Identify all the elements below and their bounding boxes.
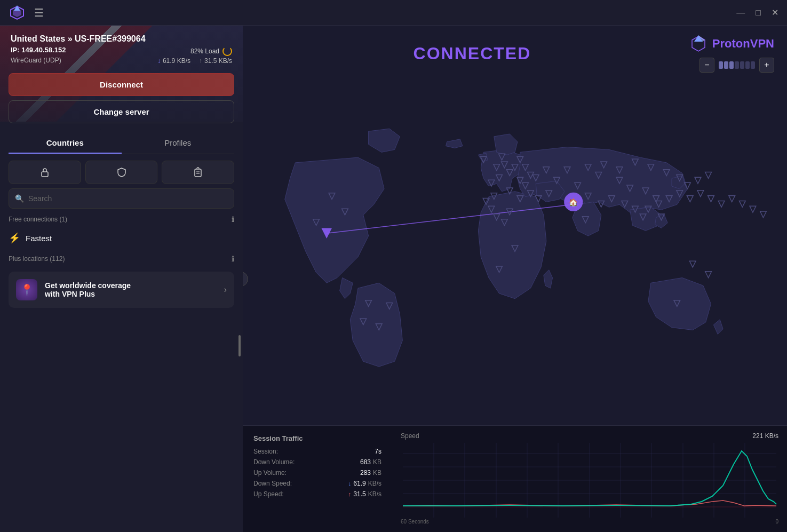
close-button[interactable]: ✕ (772, 9, 778, 17)
maximize-button[interactable]: □ (756, 9, 761, 17)
upload-arrow-icon: ↑ (199, 57, 202, 65)
button-area: Disconnect Change server (0, 73, 243, 129)
chevron-right-icon: › (224, 285, 227, 295)
banner-text: Get worldwide coverage with VPN Plus (45, 281, 217, 298)
up-speed-label: Up Speed: (253, 490, 284, 498)
ip-address: 149.40.58.152 (21, 46, 66, 54)
search-input[interactable] (9, 188, 234, 209)
down-volume-unit: KB (373, 458, 381, 466)
download-arrow-icon: ↓ (157, 57, 161, 65)
free-connections-info-icon[interactable]: ℹ (232, 215, 234, 224)
connected-center: CONNECTED (256, 44, 689, 63)
banner-icon: 📍 (16, 279, 37, 300)
filter-area (0, 154, 243, 188)
titlebar-left: ☰ (9, 4, 44, 21)
filter-clipboard-button[interactable] (162, 161, 234, 184)
search-wrapper: 🔍 (9, 188, 234, 209)
disconnect-button[interactable]: Disconnect (9, 73, 234, 96)
collapse-button[interactable]: ‹ (243, 272, 248, 287)
time-start-label: 60 Seconds (401, 519, 429, 525)
ip-label: IP: (11, 46, 20, 54)
stat-session-row: Session: 7s (253, 448, 381, 455)
zoom-bar (719, 61, 755, 69)
proton-logo-icon (9, 4, 26, 21)
proton-logo: ProtonVPN (689, 34, 774, 53)
svg-marker-86 (729, 196, 735, 202)
scrollbar[interactable] (239, 335, 241, 356)
change-server-button[interactable]: Change server (9, 100, 234, 123)
up-speed-value: 31.5 (353, 490, 365, 498)
chart-time-labels: 60 Seconds 0 (401, 519, 778, 525)
vpn-plus-banner[interactable]: 📍 Get worldwide coverage with VPN Plus › (9, 272, 234, 308)
svg-rect-3 (42, 172, 48, 177)
connection-ip: IP: 149.40.58.152 (11, 46, 66, 54)
filter-shield-button[interactable] (85, 161, 158, 184)
connection-info: United States » US-FREE#399064 IP: 149.4… (0, 26, 243, 73)
fastest-label: Fastest (26, 234, 52, 243)
tab-profiles[interactable]: Profiles (122, 133, 235, 154)
svg-marker-85 (718, 201, 725, 207)
zoom-plus-button[interactable]: + (759, 58, 774, 73)
session-traffic: Session Traffic Session: 7s Down Volume:… (243, 426, 392, 532)
svg-marker-52 (695, 177, 701, 184)
up-speed-arrow-icon: ↑ (348, 491, 352, 497)
svg-marker-83 (697, 190, 704, 197)
plus-locations-info-icon[interactable]: ℹ (232, 255, 234, 263)
stat-down-speed-row: Down Speed: ↓ 61.9 KB/s (253, 480, 381, 487)
down-speed-arrow-icon: ↓ (348, 480, 352, 487)
up-speed-unit: KB/s (368, 490, 381, 498)
proton-word: Proton (712, 37, 750, 50)
connection-ip-row: IP: 149.40.58.152 82% Load (11, 46, 232, 56)
load-badge: 82% Load (190, 46, 232, 56)
banner-title: Get worldwide coverage (45, 281, 217, 290)
vpn-word: VPN (750, 37, 774, 50)
zoom-minus-button[interactable]: − (699, 58, 714, 73)
right-panel: ‹ CONNECTED ProtonVPN − (243, 26, 787, 532)
up-volume-label: Up Volume: (253, 469, 287, 477)
zoom-seg-4 (735, 61, 739, 69)
fastest-row[interactable]: ⚡ Fastest (0, 226, 243, 250)
time-end-label: 0 (775, 519, 778, 525)
filter-lock-button[interactable] (9, 161, 81, 184)
tab-countries[interactable]: Countries (9, 133, 122, 154)
proton-brand-area: ProtonVPN − + (689, 34, 774, 73)
shield-icon (116, 166, 128, 178)
chart-area (401, 443, 778, 518)
load-circle (222, 46, 232, 56)
stats-panel: Session Traffic Session: 7s Down Volume:… (243, 425, 787, 532)
hamburger-menu[interactable]: ☰ (34, 6, 44, 19)
down-speed-value: 61.9 (353, 480, 365, 487)
connection-title: United States » US-FREE#399064 (11, 34, 232, 44)
svg-marker-89 (760, 211, 767, 218)
zoom-seg-2 (724, 61, 728, 69)
proton-logo-text: ProtonVPN (712, 37, 774, 51)
stat-down-volume-row: Down Volume: 683 KB (253, 458, 381, 466)
svg-marker-53 (705, 172, 712, 179)
connection-protocol-row: WireGuard (UDP) ↓ 61.9 KB/s ↑ 31.5 KB/s (11, 56, 232, 65)
speed-chart: Speed 221 KB/s (392, 426, 787, 532)
svg-marker-54 (705, 272, 712, 278)
left-panel: United States » US-FREE#399064 IP: 149.4… (0, 26, 243, 532)
svg-marker-82 (687, 196, 693, 202)
svg-marker-88 (750, 206, 756, 212)
svg-text:🏠: 🏠 (569, 198, 578, 207)
main-container: United States » US-FREE#399064 IP: 149.4… (0, 26, 787, 532)
lock-icon (39, 166, 51, 178)
tabs-area: Countries Profiles (9, 133, 234, 154)
download-speed-value: 61.9 KB/s (163, 57, 190, 65)
free-connections-section: Free connections (1) ℹ (0, 213, 243, 226)
minimize-button[interactable]: — (736, 9, 745, 17)
zoom-seg-6 (745, 61, 750, 69)
zoom-seg-7 (751, 61, 755, 69)
svg-marker-87 (739, 201, 745, 207)
speed-row: ↓ 61.9 KB/s ↑ 31.5 KB/s (157, 57, 232, 65)
zoom-seg-3 (729, 61, 734, 69)
speed-header: Speed 221 KB/s (401, 432, 778, 440)
map-area: 🏠 (253, 78, 776, 425)
titlebar: ☰ — □ ✕ (0, 0, 787, 26)
connected-status: CONNECTED (256, 44, 689, 63)
load-text: 82% Load (190, 47, 219, 55)
chart-svg (401, 443, 778, 518)
speed-label: Speed (401, 432, 419, 440)
zoom-controls: − + (699, 58, 774, 73)
